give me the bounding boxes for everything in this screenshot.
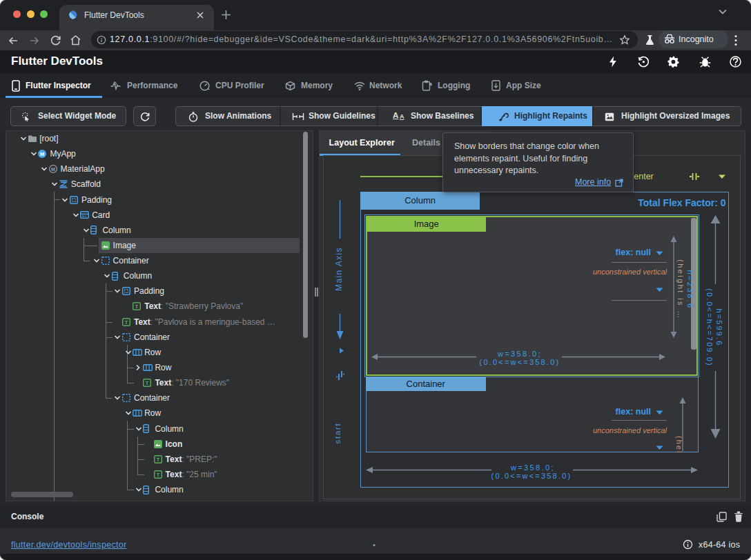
svg-text:T: T [146,380,149,386]
svg-text:M: M [51,167,55,172]
svg-text:T: T [135,303,139,310]
svg-text:T: T [125,319,128,326]
svg-text:M: M [40,151,44,157]
svg-text:T: T [156,457,159,463]
svg-text:T: T [156,472,159,478]
